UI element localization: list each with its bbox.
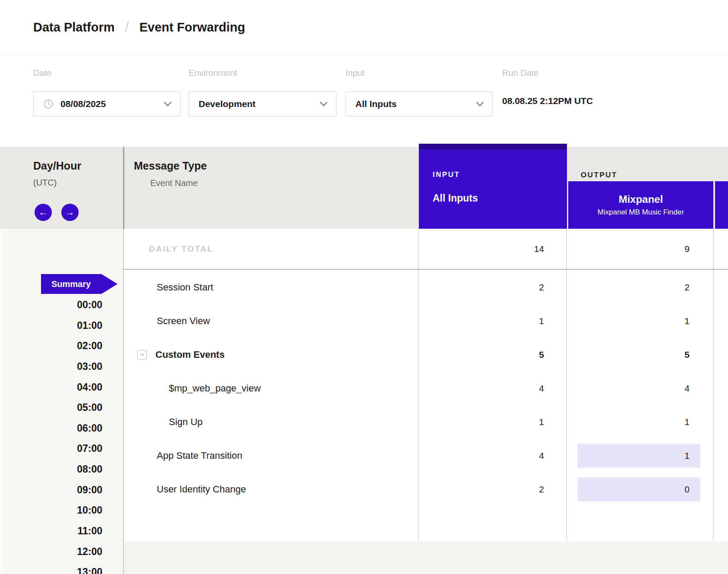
input-count: 1 [539,417,544,427]
hour-selector[interactable]: 07:00 [0,438,102,459]
output-column-subtitle: Mixpanel MB Music Finder [598,208,684,217]
table-rows: Session Start 2 2 Screen View 1 1 − Cust… [124,271,728,506]
environment-select-value: Development [199,99,256,109]
table-row: $mp_web_page_view 4 4 [124,372,728,405]
event-name-label: User Identity Change [124,484,246,495]
hour-selector[interactable]: 13:00 [0,562,102,574]
hour-selector[interactable]: 12:00 [0,542,102,562]
environment-select[interactable]: Development [189,91,336,117]
clock-icon [43,99,54,109]
hour-selector[interactable]: 05:00 [0,397,102,418]
column-divider [123,147,124,229]
arrow-right-icon: → [66,207,75,218]
hour-selector[interactable]: 00:00 [0,295,102,315]
day-hour-column-title: Day/Hour [33,160,81,172]
input-column-title: All Inputs [433,192,478,204]
event-name-label: Sign Up [124,416,203,428]
hour-selector[interactable]: 09:00 [0,480,102,501]
output-count: 0 [684,484,690,495]
table-row: Session Start 2 2 [124,271,728,304]
hour-selector[interactable]: 02:00 [0,336,102,356]
run-date-label: Run Date [502,68,539,78]
input-count: 2 [539,484,544,495]
output-caption: OUTPUT [581,171,617,180]
hour-selector[interactable]: 04:00 [0,377,102,398]
input-count: 5 [539,350,544,360]
output-count: 1 [684,316,690,326]
output-count: 1 [684,417,690,427]
event-name-label: Screen View [124,315,210,327]
input-select-value: All Inputs [355,99,397,109]
date-select[interactable]: 08/08/2025 [33,91,180,117]
next-day-button[interactable]: → [61,204,79,221]
chevron-down-icon [164,98,171,106]
input-count: 1 [539,316,544,326]
table-footer-area [124,541,728,574]
table-row: − Custom Events 5 5 [124,338,728,372]
hour-selector[interactable]: 06:00 [0,418,102,439]
breadcrumb: Data Platform / Event Forwarding [0,0,728,55]
summary-selector[interactable]: Summary [41,274,117,294]
event-name-label: Session Start [124,282,213,293]
daily-total-output-count: 9 [684,244,690,254]
output-count: 5 [684,350,690,360]
input-count: 4 [539,451,544,461]
daily-total-row: DAILY TOTAL 14 9 [124,229,728,270]
output-column-partial[interactable] [715,181,728,229]
hour-selector[interactable]: 08:00 [0,459,102,480]
day-hour-timezone: (UTC) [33,178,57,188]
table-row: App State Transition 4 1 [124,439,728,473]
input-select[interactable]: All Inputs [345,91,493,117]
breadcrumb-section[interactable]: Data Platform [33,20,115,35]
event-name-subtitle: Event Name [150,178,198,188]
run-date-value: 08.08.25 2:12PM UTC [502,96,593,106]
output-count: 4 [684,383,690,394]
table-row: User Identity Change 2 0 [124,473,728,506]
date-select-value: 08/08/2025 [60,99,106,109]
input-filter-label: Input [345,68,364,78]
input-column-header[interactable]: INPUT All Inputs [419,144,567,229]
event-name-label: App State Transition [124,450,242,461]
page-title: Event Forwarding [139,20,245,35]
message-type-column-title: Message Type [134,160,207,172]
breadcrumb-separator: / [125,19,129,35]
chevron-down-icon [320,98,327,106]
input-count: 4 [539,383,544,394]
arrow-left-icon: ← [39,207,48,218]
input-count: 2 [539,282,544,293]
output-count: 1 [684,451,690,461]
output-count: 2 [684,282,690,293]
environment-filter-label: Environment [189,68,237,78]
hour-selector[interactable]: 03:00 [0,356,102,377]
output-column-title: Mixpanel [619,193,663,205]
hour-selector[interactable]: 10:00 [0,500,102,521]
output-column-header[interactable]: Mixpanel Mixpanel MB Music Finder [568,181,713,229]
table-row: Sign Up 1 1 [124,405,728,439]
event-forwarding-page: Data Platform / Event Forwarding Date En… [0,0,728,574]
event-name-label: $mp_web_page_view [124,383,261,394]
previous-day-button[interactable]: ← [35,204,52,221]
hour-selector[interactable]: 11:00 [0,521,102,542]
hour-selector[interactable]: 01:00 [0,315,102,336]
collapse-toggle-icon[interactable]: − [137,350,147,360]
daily-total-input-count: 14 [534,244,544,254]
chevron-down-icon [476,98,484,106]
daily-total-label: DAILY TOTAL [124,244,213,254]
hours-list: 00:0001:0002:0003:0004:0005:0006:0007:00… [0,295,102,574]
input-caption: INPUT [433,170,460,179]
table-row: Screen View 1 1 [124,304,728,338]
date-filter-label: Date [33,68,51,78]
